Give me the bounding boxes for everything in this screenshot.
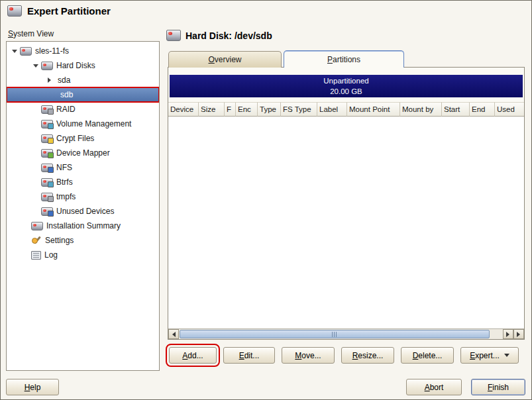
- scroll-left-button[interactable]: [168, 329, 179, 339]
- log-icon: [31, 251, 41, 260]
- sidebar-item-btrfs[interactable]: Btrfs: [7, 175, 159, 189]
- system-view-tree: sles-11-fs Hard Disks sda sdb RAID Volum…: [6, 41, 160, 371]
- column-header-fs-type[interactable]: FS Type: [281, 102, 317, 117]
- arrow-left-icon: [170, 332, 176, 337]
- column-header-device[interactable]: Device: [168, 102, 199, 117]
- sidebar-item-device-mapper[interactable]: Device Mapper: [7, 146, 159, 160]
- arrow-right-icon: [517, 332, 523, 337]
- button-label: Help: [25, 383, 41, 392]
- sidebar-item-unused-devices[interactable]: Unused Devices: [7, 204, 159, 219]
- sidebar-item-label: sda: [58, 75, 70, 85]
- sidebar-item-sles-11-fs[interactable]: sles-11-fs: [7, 44, 159, 58]
- column-header-start[interactable]: Start: [442, 102, 470, 117]
- expander-right-icon[interactable]: [44, 75, 54, 85]
- banner-line2: 20.00 GB: [170, 86, 523, 97]
- sidebar-item-tmpfs[interactable]: tmpfs: [7, 189, 159, 204]
- sidebar-item-sda[interactable]: sda: [7, 73, 159, 87]
- sidebar-item-label: Crypt Files: [56, 134, 94, 143]
- disk-usage-banner: Unpartitioned 20.00 GB: [170, 75, 523, 97]
- sidebar-item-label: Volume Management: [56, 119, 131, 128]
- btrfs-icon: [41, 178, 53, 187]
- sidebar-item-sdb[interactable]: sdb: [7, 87, 159, 102]
- button-label: Delete...: [413, 351, 443, 360]
- nfs-icon: [41, 164, 53, 172]
- page-header: Hard Disk: /dev/sdb: [166, 30, 272, 41]
- app-icon: [7, 5, 22, 17]
- page-title: Hard Disk: /dev/sdb: [186, 30, 272, 41]
- resize-button[interactable]: Resize...: [341, 347, 394, 364]
- move-button[interactable]: Move...: [282, 347, 335, 364]
- button-label: Expert...: [470, 351, 500, 360]
- expert-menu-button[interactable]: Expert...: [460, 347, 519, 364]
- button-label: Resize...: [352, 351, 384, 360]
- partition-action-bar: Add... Edit... Move... Resize... Delete.…: [169, 347, 519, 364]
- scroll-right-button-end[interactable]: [513, 329, 524, 339]
- device-mapper-icon: [41, 149, 53, 158]
- banner-line1: Unpartitioned: [170, 75, 523, 86]
- column-header-mount-by[interactable]: Mount by: [400, 102, 442, 117]
- button-label: Move...: [295, 351, 321, 360]
- settings-icon: [31, 236, 42, 245]
- abort-button[interactable]: Abort: [406, 379, 462, 395]
- sidebar-item-label: Installation Summary: [46, 221, 121, 230]
- sidebar-item-crypt-files[interactable]: Crypt Files: [7, 131, 159, 146]
- help-button[interactable]: Help: [6, 379, 59, 395]
- sidebar-item-label: NFS: [56, 163, 72, 172]
- column-header-label[interactable]: Label: [317, 102, 347, 117]
- edit-button[interactable]: Edit...: [223, 347, 275, 364]
- column-header-size[interactable]: Size: [199, 102, 225, 117]
- sidebar-item-nfs[interactable]: NFS: [7, 160, 159, 175]
- installation-summary-icon: [31, 222, 43, 230]
- sidebar-item-log[interactable]: Log: [7, 248, 159, 262]
- scrollbar-track[interactable]: [180, 329, 502, 339]
- sidebar-item-label: Settings: [45, 236, 74, 245]
- column-header-mount-point[interactable]: Mount Point: [347, 102, 400, 117]
- expander-down-icon[interactable]: [31, 61, 41, 70]
- partitions-panel: Unpartitioned 20.00 GB Device Size F Enc…: [168, 67, 525, 340]
- partition-table-header: Device Size F Enc Type FS Type Label Mou…: [168, 102, 524, 117]
- tab-bar: Overview Partitions: [168, 50, 404, 68]
- column-header-used[interactable]: Used: [495, 102, 524, 117]
- sidebar-item-label: Device Mapper: [56, 148, 110, 158]
- hard-disks-icon: [41, 62, 53, 70]
- sidebar-item-label: Btrfs: [56, 177, 73, 187]
- system-disk-icon: [20, 47, 32, 56]
- grip-icon: [332, 332, 337, 337]
- arrow-right-icon: [506, 332, 512, 337]
- tab-partitions[interactable]: Partitions: [284, 50, 404, 68]
- scroll-right-button[interactable]: [503, 329, 513, 339]
- button-label: Abort: [425, 383, 444, 392]
- tab-label: Overview: [208, 55, 241, 64]
- sidebar-item-label: RAID: [56, 105, 76, 114]
- delete-button[interactable]: Delete...: [401, 347, 454, 364]
- expert-partitioner-window: Expert Partitioner System View sles-11-f…: [0, 0, 532, 400]
- expander-down-icon[interactable]: [10, 46, 20, 56]
- scrollbar-thumb[interactable]: [180, 330, 490, 338]
- hard-disk-icon: [166, 30, 181, 41]
- button-label: Add...: [182, 351, 203, 360]
- window-header: Expert Partitioner: [7, 5, 111, 17]
- chevron-down-icon: [504, 354, 509, 360]
- sidebar-item-installation-summary[interactable]: Installation Summary: [7, 219, 159, 233]
- sidebar-item-label: Hard Disks: [56, 61, 95, 70]
- sidebar-item-settings[interactable]: Settings: [7, 233, 159, 248]
- column-header-f[interactable]: F: [225, 102, 236, 117]
- partition-table-body: [168, 117, 524, 328]
- sidebar-item-volume-management[interactable]: Volume Management: [7, 117, 159, 131]
- tab-label: Partitions: [327, 55, 360, 64]
- sidebar-item-hard-disks[interactable]: Hard Disks: [7, 58, 159, 73]
- tab-overview[interactable]: Overview: [168, 51, 282, 68]
- sidebar-item-raid[interactable]: RAID: [7, 102, 159, 117]
- volume-management-icon: [41, 120, 53, 128]
- unused-devices-icon: [41, 207, 53, 216]
- finish-button[interactable]: Finish: [471, 379, 525, 395]
- column-header-type[interactable]: Type: [258, 102, 281, 117]
- column-header-enc[interactable]: Enc: [236, 102, 258, 117]
- add-button[interactable]: Add...: [169, 347, 217, 364]
- crypt-files-icon: [41, 134, 53, 143]
- column-header-end[interactable]: End: [470, 102, 495, 117]
- tmpfs-icon: [41, 193, 53, 201]
- horizontal-scrollbar[interactable]: [168, 328, 524, 339]
- window-title: Expert Partitioner: [27, 5, 111, 17]
- system-view-label: System View: [8, 29, 54, 38]
